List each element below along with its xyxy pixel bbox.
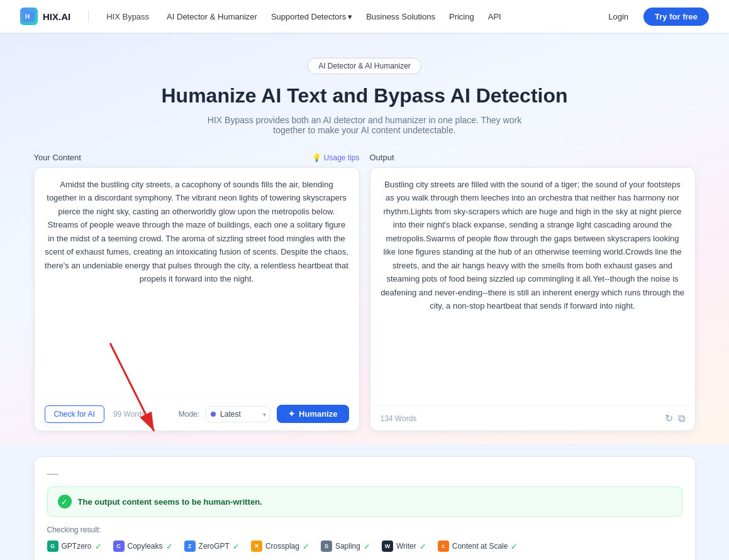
output-text: Bustling city streets are filled with th… [370, 168, 695, 405]
output-panel-footer: 134 Words ↻ ⧉ [370, 405, 695, 431]
detector-writer: W Writer ✓ [382, 541, 426, 552]
nav-link-pricing[interactable]: Pricing [449, 12, 474, 21]
mode-selector[interactable]: Latest Standard Enhanced [206, 406, 270, 422]
output-actions: ↻ ⧉ [665, 412, 685, 424]
success-check-icon: ✓ [58, 495, 72, 508]
svg-text:H: H [25, 13, 30, 20]
zerogpt-logo: Z [184, 541, 196, 552]
input-text[interactable]: Amidst the bustling city streets, a caco… [35, 168, 359, 397]
gptzero-check: ✓ [95, 542, 102, 551]
output-panel-header: Output [370, 153, 696, 167]
nav-link-business[interactable]: Business Solutions [366, 12, 435, 21]
hero-title: Humanize AI Text and Bypass AI Detection [0, 84, 729, 107]
detector-crossplag: ✕ Crossplag ✓ [251, 541, 309, 552]
result-card: — ✓ The output content seems to be human… [34, 456, 696, 560]
check-for-ai-button[interactable]: Check for AI [45, 405, 104, 423]
detector-gptzero: G GPTzero ✓ [47, 541, 102, 552]
logo-icon: H [20, 8, 38, 25]
refresh-button[interactable]: ↻ [665, 412, 673, 424]
mode-label: Mode: [179, 410, 199, 419]
crossplag-logo: ✕ [251, 541, 262, 552]
lightbulb-icon: 💡 [312, 153, 321, 162]
result-section: — ✓ The output content seems to be human… [19, 456, 711, 560]
input-panel: Amidst the bustling city streets, a caco… [34, 167, 360, 431]
output-word-count: 134 Words [381, 414, 417, 423]
success-message: The output content seems to be human-wri… [78, 497, 262, 507]
detector-content-at-scale: C Content at Scale ✓ [438, 541, 518, 552]
panels-outer: Your Content 💡 Usage tips Amidst the bus… [0, 153, 729, 431]
detector-list: G GPTzero ✓ C Copyleaks ✓ Z ZeroGPT ✓ ✕ … [47, 541, 682, 552]
copyleaks-check: ✓ [166, 542, 173, 551]
logo[interactable]: H HIX.AI [20, 8, 70, 25]
input-panel-footer: Check for AI 99 Words Mode: Latest Stand… [35, 397, 359, 431]
nav-link-api[interactable]: API [488, 12, 501, 21]
content-at-scale-check: ✓ [511, 542, 518, 551]
content-at-scale-logo: C [438, 541, 449, 552]
nav-link-detectors[interactable]: Supported Detectors ▾ [271, 12, 352, 21]
your-content-label: Your Content [34, 153, 81, 162]
output-panel-wrapper: Output Bustling city streets are filled … [370, 153, 696, 431]
nav-product-label: HIX Bypass [106, 12, 149, 21]
checking-result-label: Checking result: [47, 525, 682, 534]
nav-right: Login Try for free [601, 8, 709, 26]
writer-logo: W [382, 541, 393, 552]
chevron-down-icon: ▾ [348, 12, 352, 21]
sapling-check: ✓ [364, 542, 370, 551]
detector-sapling: S Sapling ✓ [321, 541, 370, 552]
crossplag-check: ✓ [303, 542, 309, 551]
sapling-logo: S [321, 541, 332, 552]
hero-subtitle: HIX Bypass provides both an AI detector … [195, 115, 535, 135]
humanize-icon: ✦ [288, 409, 295, 419]
zerogpt-check: ✓ [233, 542, 240, 551]
nav-left: H HIX.AI HIX Bypass AI Detector & Humani… [20, 8, 501, 25]
input-panel-wrapper: Your Content 💡 Usage tips Amidst the bus… [34, 153, 360, 431]
word-count: 99 Words [113, 410, 145, 419]
panel-gap [360, 153, 370, 431]
try-free-button[interactable]: Try for free [643, 8, 709, 26]
copy-button[interactable]: ⧉ [678, 412, 685, 424]
login-button[interactable]: Login [601, 8, 636, 25]
result-dash: — [47, 467, 682, 480]
copyleaks-logo: C [113, 541, 125, 552]
detector-copyleaks: C Copyleaks ✓ [113, 541, 173, 552]
output-panel: Bustling city streets are filled with th… [370, 167, 696, 431]
result-success-banner: ✓ The output content seems to be human-w… [47, 486, 682, 517]
writer-check: ✓ [420, 542, 426, 551]
panels-container: Your Content 💡 Usage tips Amidst the bus… [19, 153, 711, 431]
hero-badge: AI Detector & AI Humanizer [308, 58, 421, 74]
detector-zerogpt: Z ZeroGPT ✓ [184, 541, 240, 552]
hero-section: AI Detector & AI Humanizer Humanize AI T… [0, 33, 729, 444]
navigation: H HIX.AI HIX Bypass AI Detector & Humani… [0, 0, 729, 33]
nav-links: AI Detector & Humanizer Supported Detect… [167, 12, 501, 21]
nav-divider [88, 10, 89, 23]
gptzero-logo: G [47, 541, 58, 552]
usage-tips-link[interactable]: 💡 Usage tips [312, 153, 360, 162]
input-panel-header: Your Content 💡 Usage tips [34, 153, 360, 167]
humanize-button[interactable]: ✦ Humanize [277, 405, 348, 423]
output-label: Output [370, 153, 394, 162]
nav-link-detector[interactable]: AI Detector & Humanizer [167, 12, 257, 21]
